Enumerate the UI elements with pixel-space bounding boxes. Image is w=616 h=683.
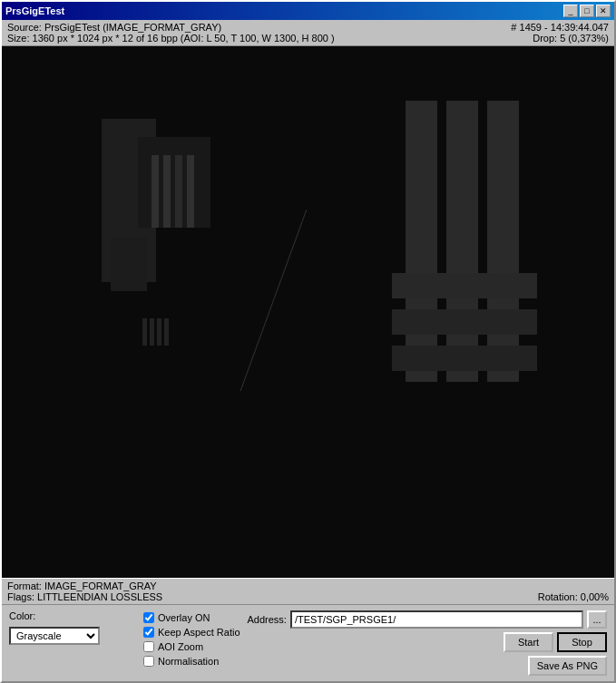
color-label: Color: — [9, 610, 136, 621]
status-row-2: Flags: LITTLEENDIAN LOSSLESS Rotation: 0… — [7, 591, 609, 602]
source-info: Source: PrsGigETest (IMAGE_FORMAT_GRAY) — [7, 22, 221, 33]
address-label: Address: — [248, 614, 287, 625]
normalisation-label[interactable]: Normalisation — [158, 656, 219, 667]
address-buttons-area: Address: ... Start Stop Save As PNG — [248, 610, 607, 676]
rotation-status: Rotation: 0,00% — [538, 591, 609, 602]
format-status: Format: IMAGE_FORMAT_GRAY — [7, 581, 157, 591]
checkboxes-area: Overlay ON Keep Aspect Ratio AOI Zoom No… — [143, 610, 240, 667]
aoi-zoom-row: AOI Zoom — [143, 641, 240, 652]
minimize-button[interactable]: _ — [563, 5, 578, 17]
normalisation-checkbox[interactable] — [143, 656, 154, 667]
browse-button[interactable]: ... — [587, 610, 607, 629]
chart-rp-2 — [150, 318, 154, 346]
title-bar: PrsGigETest _ □ ✕ — [2, 2, 614, 20]
info-bar: Source: PrsGigETest (IMAGE_FORMAT_GRAY) … — [2, 20, 614, 46]
info-row-1: Source: PrsGigETest (IMAGE_FORMAT_GRAY) … — [7, 22, 609, 33]
chart-hbar-3 — [392, 346, 537, 371]
chart-rp-4 — [164, 318, 169, 346]
chart-hbar-2 — [392, 309, 537, 335]
stop-button[interactable]: Stop — [557, 632, 607, 652]
chart-hbar-1 — [392, 273, 537, 298]
main-window: PrsGigETest _ □ ✕ Source: PrsGigETest (I… — [0, 0, 616, 683]
overlay-label[interactable]: Overlay ON — [158, 612, 210, 623]
aspect-row: Keep Aspect Ratio — [143, 627, 240, 638]
overlay-checkbox[interactable] — [143, 612, 154, 623]
image-display — [2, 46, 614, 578]
controls-area: Color: Grayscale Overlay ON Keep Aspect … — [2, 605, 614, 681]
start-stop-row: Start Stop — [248, 632, 607, 652]
aoi-zoom-label[interactable]: AOI Zoom — [158, 641, 203, 652]
window-title: PrsGigETest — [5, 5, 64, 16]
chart-rp-1 — [142, 318, 147, 346]
maximize-button[interactable]: □ — [580, 5, 594, 17]
flags-status: Flags: LITTLEENDIAN LOSSLESS — [7, 591, 162, 602]
color-select[interactable]: Grayscale — [9, 627, 100, 645]
color-control: Color: Grayscale — [9, 610, 136, 645]
frame-info: # 1459 - 14:39:44.047 — [511, 22, 609, 33]
info-row-2: Size: 1360 px * 1024 px * 12 of 16 bpp (… — [7, 33, 609, 44]
aspect-label[interactable]: Keep Aspect Ratio — [158, 627, 240, 638]
close-button[interactable]: ✕ — [596, 5, 611, 17]
aoi-zoom-checkbox[interactable] — [143, 641, 154, 652]
image-canvas — [2, 46, 614, 578]
save-row: Save As PNG — [248, 656, 607, 676]
chart-bar-3 — [487, 101, 519, 382]
address-row: Address: ... — [248, 610, 607, 629]
aspect-checkbox[interactable] — [143, 627, 154, 638]
overlay-row: Overlay ON — [143, 612, 240, 623]
chart-bar-2 — [446, 101, 478, 382]
status-row-1: Format: IMAGE_FORMAT_GRAY — [7, 581, 609, 591]
size-info: Size: 1360 px * 1024 px * 12 of 16 bpp (… — [7, 33, 335, 44]
start-button[interactable]: Start — [504, 632, 553, 652]
title-bar-controls: _ □ ✕ — [563, 5, 611, 17]
chart-rp-3 — [157, 318, 161, 346]
drop-info: Drop: 5 (0,373%) — [533, 33, 609, 44]
chart-bar-1 — [406, 101, 437, 382]
address-input[interactable] — [290, 610, 583, 629]
save-as-png-button[interactable]: Save As PNG — [528, 656, 607, 676]
color-select-wrapper: Grayscale — [9, 627, 136, 645]
status-bar: Format: IMAGE_FORMAT_GRAY Flags: LITTLEE… — [2, 578, 614, 605]
normalisation-row: Normalisation — [143, 656, 240, 667]
